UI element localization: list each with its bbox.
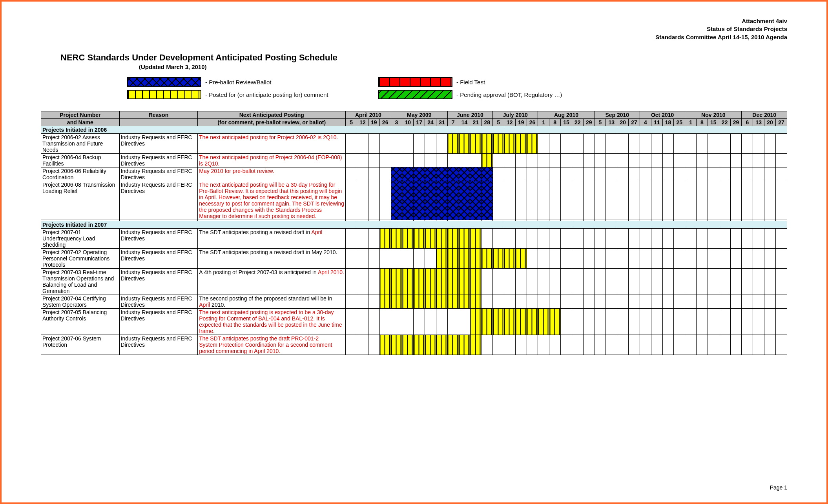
gantt-cell [391, 295, 402, 309]
col-next: Next Anticipated Posting [198, 111, 346, 119]
gantt-cell [527, 295, 538, 309]
gantt-cell [481, 167, 493, 181]
gantt-cell [640, 309, 651, 335]
gantt-cell [742, 229, 753, 249]
gantt-cell [708, 269, 719, 295]
gantt-cell [775, 154, 787, 167]
gantt-cell [414, 134, 425, 154]
gantt-cell [504, 295, 515, 309]
gantt-cell [629, 269, 640, 295]
week-header: 14 [459, 119, 470, 126]
gantt-cell [730, 167, 742, 181]
gantt-cell [504, 181, 515, 220]
cell-project: Project 2006-02 Assess Transmission and … [41, 134, 120, 154]
gantt-cell [719, 269, 730, 295]
gantt-cell [674, 167, 685, 181]
week-header: 5 [595, 119, 606, 126]
gantt-cell [606, 249, 617, 269]
gantt-cell [674, 249, 685, 269]
gantt-cell [470, 229, 481, 249]
gantt-cell [775, 134, 787, 154]
gantt-cell [368, 269, 379, 295]
gantt-cell [685, 167, 697, 181]
week-header: 28 [481, 119, 493, 126]
gantt-cell [515, 134, 527, 154]
week-header: 1 [685, 119, 697, 126]
gantt-cell [606, 335, 617, 355]
gantt-cell [662, 154, 674, 167]
gantt-cell [402, 309, 414, 335]
gantt-cell [606, 269, 617, 295]
gantt-cell [447, 295, 459, 309]
gantt-cell [481, 335, 493, 355]
gantt-cell [425, 335, 436, 355]
table-row: Project 2006-08 Transmission Loading Rel… [41, 181, 787, 220]
header-attachments: Attachment 4aiv Status of Standards Proj… [655, 17, 787, 41]
gantt-cell [549, 134, 561, 154]
gantt-cell [493, 269, 504, 295]
cell-project: Project 2007-02 Operating Personnel Comm… [41, 249, 120, 269]
month-header: Oct 2010 [640, 111, 685, 119]
gantt-cell [346, 295, 357, 309]
gantt-cell [470, 335, 481, 355]
gantt-cell [617, 295, 629, 309]
gantt-cell [674, 335, 685, 355]
week-header: 17 [414, 119, 425, 126]
gantt-cell [357, 249, 368, 269]
gantt-cell [436, 134, 447, 154]
gantt-cell [719, 295, 730, 309]
gantt-cell [572, 249, 583, 269]
cell-project: Project 2007-04 Certifying System Operat… [41, 295, 120, 309]
gantt-cell [730, 154, 742, 167]
week-header: 24 [425, 119, 436, 126]
gantt-cell [459, 167, 470, 181]
gantt-cell [436, 167, 447, 181]
gantt-cell [346, 167, 357, 181]
gantt-cell [730, 295, 742, 309]
gantt-cell [402, 181, 414, 220]
gantt-cell [538, 154, 549, 167]
gantt-cell [764, 181, 776, 220]
gantt-cell [414, 181, 425, 220]
gantt-cell [402, 167, 414, 181]
gantt-cell [368, 335, 379, 355]
gantt-cell [538, 335, 549, 355]
week-header: 18 [662, 119, 674, 126]
gantt-cell [697, 167, 708, 181]
gantt-cell [685, 249, 697, 269]
gantt-cell [606, 154, 617, 167]
gantt-cell [504, 229, 515, 249]
gantt-cell [617, 181, 629, 220]
gantt-cell [708, 167, 719, 181]
gantt-cell [651, 249, 662, 269]
gantt-cell [629, 249, 640, 269]
gantt-cell [775, 181, 787, 220]
gantt-cell [368, 249, 379, 269]
gantt-cell [764, 295, 776, 309]
gantt-cell [368, 167, 379, 181]
week-header: 22 [719, 119, 730, 126]
gantt-cell [527, 229, 538, 249]
week-header: 5 [346, 119, 357, 126]
gantt-cell [742, 269, 753, 295]
gantt-cell [504, 335, 515, 355]
gantt-cell [651, 167, 662, 181]
gantt-cell [493, 134, 504, 154]
gantt-cell [662, 181, 674, 220]
gantt-cell [414, 335, 425, 355]
gantt-cell [595, 249, 606, 269]
week-header: 12 [504, 119, 515, 126]
gantt-cell [606, 229, 617, 249]
gantt-cell [617, 229, 629, 249]
gantt-cell [379, 134, 391, 154]
gantt-cell [617, 309, 629, 335]
gantt-cell [775, 269, 787, 295]
gantt-cell [775, 167, 787, 181]
cell-next: The next anticipated posting of Project … [198, 154, 346, 167]
week-header: 27 [775, 119, 787, 126]
gantt-cell [436, 154, 447, 167]
week-header: 5 [493, 119, 504, 126]
gantt-cell [595, 167, 606, 181]
table-row: Project 2007-02 Operating Personnel Comm… [41, 249, 787, 269]
gantt-cell [697, 295, 708, 309]
